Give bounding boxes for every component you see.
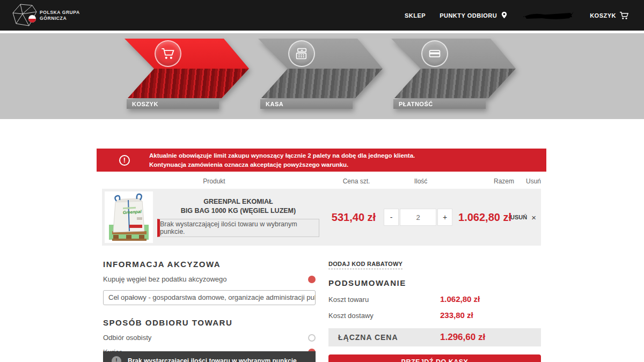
header-usun: Usuń xyxy=(514,178,541,188)
step-kasa-photo-face xyxy=(258,69,387,98)
excise-section-title: INFORMACJA AKCYZOWA xyxy=(103,260,316,269)
excise-purpose-select[interactable]: Cel opałowy - gospodarstwa domowe, organ… xyxy=(103,290,316,305)
delivery-cost-label: Koszt dostawy xyxy=(328,312,440,320)
step-koszyk-photo-face xyxy=(125,69,253,98)
header-produkt: Produkt xyxy=(102,178,326,188)
credit-card-step-icon xyxy=(421,40,448,67)
summary-title: PODSUMOWANIE xyxy=(328,278,541,287)
quantity-stepper: - + xyxy=(384,209,452,226)
cart-table-header: Produkt Cena szt. Ilość Razem Usuń xyxy=(102,178,541,188)
step-koszyk-top-face xyxy=(125,39,253,69)
product-name-line2: BIG BAG 1000 KG (WĘGIEL LUZEM) xyxy=(157,206,319,215)
grand-total-label: ŁĄCZNA CENA xyxy=(338,333,440,342)
unit-price: 531,40 zł xyxy=(324,211,384,224)
goods-cost-value: 1.062,80 zł xyxy=(440,294,480,304)
quantity-plus-button[interactable]: + xyxy=(437,209,452,226)
delivery-section-title: SPOSÓB ODBIORU TOWARU xyxy=(103,318,316,327)
checkout-button[interactable]: PRZEJDŹ DO KASY xyxy=(328,354,541,362)
nav-koszyk-label: KOSZYK xyxy=(590,12,616,19)
purchase-limit-banner: ! Aktualnie obowiązuje limit zakupu wyno… xyxy=(97,149,546,172)
top-navbar: POLSKA GRUPA GÓRNICZA SKLEP PUNKTY ODBIO… xyxy=(0,0,644,31)
stock-warning: Brak wystarczającej ilości towaru w wybr… xyxy=(157,219,319,237)
delivery-option-pickup-label: Odbiór osobisty xyxy=(103,334,151,342)
step-koszyk-label: KOSZYK xyxy=(127,99,219,109)
grand-total-value: 1.296,60 zł xyxy=(440,332,485,343)
step-platnosc-photo-face xyxy=(391,69,520,98)
cart-item-row: Greenpal GREENPAL EKOMIAŁ BIG BAG 1000 K… xyxy=(102,189,541,246)
product-name-line1: GREENPAL EKOMIAŁ xyxy=(157,197,319,206)
quantity-input[interactable] xyxy=(400,209,436,226)
register-step-icon xyxy=(288,40,315,67)
map-pin-icon xyxy=(500,11,508,19)
nav-sklep-label: SKLEP xyxy=(405,12,426,19)
info-icon: ! xyxy=(112,356,121,362)
goods-cost-label: Koszt towaru xyxy=(328,295,440,304)
quantity-minus-button[interactable]: - xyxy=(384,209,399,226)
excise-purpose-value: Cel opałowy - gospodarstwa domowe, organ… xyxy=(108,293,316,301)
step-platnosc-top-face xyxy=(391,39,520,69)
add-discount-code-link[interactable]: DODAJ KOD RABATOWY xyxy=(328,261,402,269)
delivery-radio-pickup[interactable] xyxy=(308,334,316,342)
product-name[interactable]: GREENPAL EKOMIAŁ BIG BAG 1000 KG (WĘGIEL… xyxy=(157,197,319,215)
svg-text:Greenpal: Greenpal xyxy=(123,209,142,215)
nav-item-koszyk[interactable]: KOSZYK xyxy=(590,11,629,20)
cart-step-icon xyxy=(155,40,181,67)
cart-icon xyxy=(619,11,629,20)
excise-radio[interactable] xyxy=(308,276,316,283)
step-platnosc[interactable]: PŁATNOŚĆ xyxy=(391,39,520,109)
pgg-logo[interactable]: POLSKA GRUPA GÓRNICZA xyxy=(11,3,80,28)
excise-option-label: Kupuję węgiel bez podatku akcyzowego xyxy=(103,275,227,283)
exclamation-icon: ! xyxy=(119,155,130,166)
brand-name: POLSKA GRUPA GÓRNICZA xyxy=(40,10,80,21)
product-image[interactable]: Greenpal xyxy=(105,191,153,243)
step-kasa-top-face xyxy=(258,39,387,69)
redacted-user-info xyxy=(522,10,576,21)
delivery-cost-value: 233,80 zł xyxy=(440,311,473,320)
remove-x-icon[interactable]: × xyxy=(531,213,536,221)
courier-notice-text: Brak wystarczającej ilości towaru w wybr… xyxy=(128,357,298,362)
header-razem: Razem xyxy=(455,178,514,188)
nav-item-sklep[interactable]: SKLEP xyxy=(405,12,426,19)
nav-punkty-label: PUNKTY ODBIORU xyxy=(440,12,497,19)
summary-row-goods: Koszt towaru 1.062,80 zł xyxy=(328,294,541,304)
banner-line1: Aktualnie obowiązuje limit zakupu wynosz… xyxy=(149,151,415,160)
step-koszyk[interactable]: KOSZYK xyxy=(125,39,253,109)
remove-item-button[interactable]: USUŃ xyxy=(510,214,527,220)
nav-item-punkty-odbioru[interactable]: PUNKTY ODBIORU xyxy=(440,11,508,19)
banner-line2: Kontynuacja zamówienia oznacza akceptacj… xyxy=(149,160,415,169)
grand-total-box: ŁĄCZNA CENA 1.296,60 zł xyxy=(328,328,541,346)
step-kasa[interactable]: KASA xyxy=(258,39,387,109)
line-total: 1.062,80 zł xyxy=(452,211,511,224)
courier-notice-bar: ! Brak wystarczającej ilości towaru w wy… xyxy=(103,351,316,362)
stock-warning-text: Brak wystarczającej ilości towaru w wybr… xyxy=(160,220,319,235)
step-platnosc-label: PŁATNOŚĆ xyxy=(393,99,486,109)
checkout-steps-band: KOSZYK KASA xyxy=(0,33,644,119)
header-ilosc: Ilość xyxy=(386,178,455,188)
header-cena-szt: Cena szt. xyxy=(326,178,386,188)
step-kasa-label: KASA xyxy=(260,99,353,109)
summary-row-delivery: Koszt dostawy 233,80 zł xyxy=(328,311,541,320)
pgg-diamond-icon xyxy=(11,3,39,28)
